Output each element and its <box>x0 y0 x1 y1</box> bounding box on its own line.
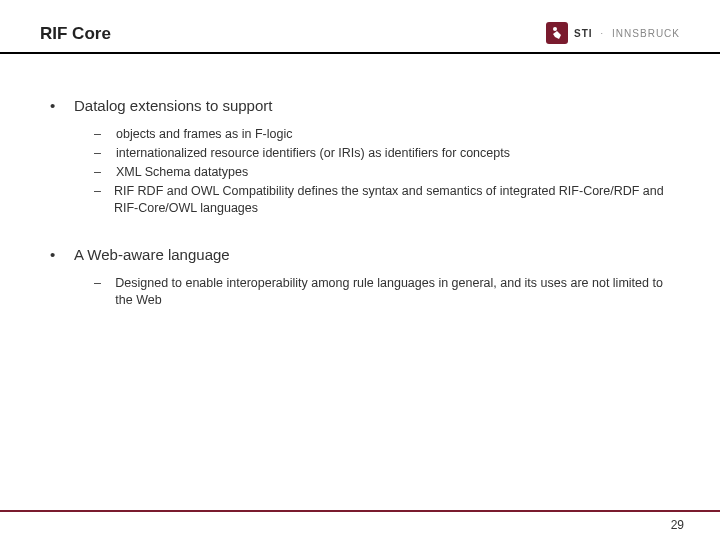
slide-content: • Datalog extensions to support – object… <box>0 54 720 309</box>
logo-location: INNSBRUCK <box>612 28 680 39</box>
logo: STI · INNSBRUCK <box>546 22 680 44</box>
logo-brand: STI <box>574 28 593 39</box>
logo-separator: · <box>601 28 605 38</box>
sub-text: internationalized resource identifiers (… <box>116 145 510 162</box>
slide-title: RIF Core <box>40 24 111 44</box>
dash-icon: – <box>94 164 104 181</box>
sub-text: RIF RDF and OWL Compatibility defines th… <box>114 183 670 217</box>
dash-icon: – <box>94 183 102 217</box>
list-item: – objects and frames as in F-logic <box>94 126 670 143</box>
sub-text: Designed to enable interoperability amon… <box>115 275 670 309</box>
sub-list: – objects and frames as in F-logic – int… <box>94 126 670 217</box>
bullet-mark: • <box>50 96 60 116</box>
sub-text: XML Schema datatypes <box>116 164 248 181</box>
bullet-item: • A Web-aware language <box>50 245 670 265</box>
sub-list: – Designed to enable interoperability am… <box>94 275 670 309</box>
dash-icon: – <box>94 126 104 143</box>
list-item: – RIF RDF and OWL Compatibility defines … <box>94 183 670 217</box>
list-item: – internationalized resource identifiers… <box>94 145 670 162</box>
dash-icon: – <box>94 145 104 162</box>
bullet-mark: • <box>50 245 60 265</box>
bullet-heading: Datalog extensions to support <box>74 96 272 116</box>
page-number: 29 <box>671 518 684 532</box>
footer-divider <box>0 510 720 512</box>
bullet-item: • Datalog extensions to support <box>50 96 670 116</box>
svg-point-0 <box>553 27 557 31</box>
list-item: – Designed to enable interoperability am… <box>94 275 670 309</box>
dash-icon: – <box>94 275 103 309</box>
logo-icon <box>546 22 568 44</box>
slide-header: RIF Core STI · INNSBRUCK <box>0 0 720 52</box>
bullet-heading: A Web-aware language <box>74 245 230 265</box>
list-item: – XML Schema datatypes <box>94 164 670 181</box>
sub-text: objects and frames as in F-logic <box>116 126 292 143</box>
